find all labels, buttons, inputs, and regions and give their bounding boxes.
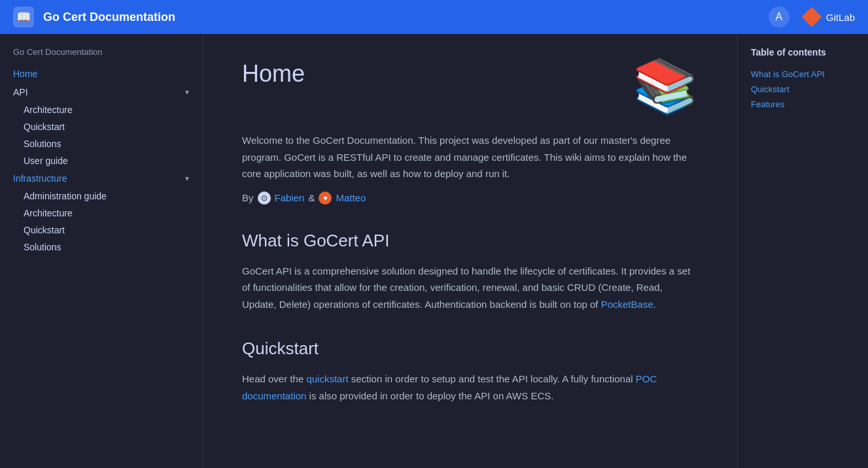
section2-text3: is also provided in order to deploy the … bbox=[306, 390, 553, 401]
book-icon: 📖 bbox=[16, 10, 31, 24]
sidebar-userguide-api-label: User guide bbox=[24, 156, 68, 166]
quickstart-link-label: quickstart bbox=[306, 373, 348, 384]
authors-prefix: By bbox=[242, 192, 254, 203]
chevron-down-icon-infra: ▾ bbox=[185, 174, 189, 183]
sidebar-quickstart-infra-label: Quickstart bbox=[24, 225, 65, 235]
page-hero: Home 📚 bbox=[242, 60, 698, 112]
section2-text1: Head over the bbox=[242, 373, 306, 384]
sidebar-admin-guide-label: Administration guide bbox=[24, 191, 107, 201]
quickstart-link[interactable]: quickstart bbox=[306, 373, 348, 384]
sidebar-item-userguide-api[interactable]: User guide bbox=[0, 152, 202, 169]
topnav-right: A GitLab bbox=[769, 7, 855, 27]
section2-text2: section in order to setup and test the A… bbox=[349, 373, 636, 384]
gitlab-icon bbox=[803, 8, 821, 26]
sidebar: Go Cert Documentation Home API ▾ Archite… bbox=[0, 34, 203, 468]
topnav: 📖 Go Cert Documentation A GitLab bbox=[0, 0, 868, 34]
sidebar-item-home[interactable]: Home bbox=[0, 65, 202, 83]
page-title: Home bbox=[242, 60, 305, 88]
author1-link[interactable]: Fabien bbox=[275, 192, 305, 203]
intro-text: Welcome to the GoCert Documentation. Thi… bbox=[242, 132, 698, 182]
author1-name: Fabien bbox=[275, 192, 305, 203]
sidebar-item-quickstart-infra[interactable]: Quickstart bbox=[0, 222, 202, 239]
toc-title: Table of contents bbox=[751, 47, 855, 58]
topnav-title: Go Cert Documentation bbox=[43, 10, 759, 24]
toc-item-quickstart[interactable]: Quickstart bbox=[751, 82, 855, 97]
gitlab-label: GitLab bbox=[826, 12, 855, 23]
gitlab-author-icon: ♥ bbox=[319, 192, 332, 205]
author-line: By ⊙ Fabien & ♥ Matteo bbox=[242, 192, 698, 205]
section1-end: . bbox=[653, 299, 656, 310]
intro-section: Welcome to the GoCert Documentation. Thi… bbox=[242, 132, 698, 205]
main-content: Home 📚 Welcome to the GoCert Documentati… bbox=[203, 34, 737, 468]
sidebar-home-label: Home bbox=[13, 69, 37, 79]
toc-item-features[interactable]: Features bbox=[751, 97, 855, 112]
sidebar-item-admin-guide[interactable]: Administration guide bbox=[0, 188, 202, 205]
section2-heading: Quickstart bbox=[242, 339, 698, 359]
author2-link[interactable]: Matteo bbox=[336, 192, 366, 203]
sidebar-item-architecture-api[interactable]: Architecture bbox=[0, 101, 202, 118]
sidebar-solutions-infra-label: Solutions bbox=[24, 242, 61, 252]
chevron-down-icon: ▾ bbox=[185, 88, 189, 97]
table-of-contents: Table of contents What is GoCert API Qui… bbox=[737, 34, 868, 468]
sidebar-solutions-api-label: Solutions bbox=[24, 139, 61, 149]
section1-text: GoCert API is a comprehensive solution d… bbox=[242, 263, 698, 313]
sidebar-item-solutions-infra[interactable]: Solutions bbox=[0, 239, 202, 256]
section1-heading: What is GoCert API bbox=[242, 231, 698, 251]
quickstart-section: Quickstart Head over the quickstart sect… bbox=[242, 339, 698, 404]
sidebar-item-api[interactable]: API ▾ bbox=[0, 83, 202, 101]
sidebar-quickstart-api-label: Quickstart bbox=[24, 122, 65, 132]
authors-separator: & bbox=[308, 192, 315, 203]
sidebar-architecture-infra-label: Architecture bbox=[24, 208, 73, 218]
sidebar-item-architecture-infra[interactable]: Architecture bbox=[0, 205, 202, 222]
sidebar-item-infrastructure[interactable]: Infrastructure ▾ bbox=[0, 169, 202, 188]
gitlab-link[interactable]: GitLab bbox=[803, 8, 855, 26]
sidebar-item-quickstart-api[interactable]: Quickstart bbox=[0, 118, 202, 135]
github-icon: ⊙ bbox=[258, 192, 271, 205]
topnav-logo: 📖 bbox=[13, 7, 34, 27]
what-is-gocert-section: What is GoCert API GoCert API is a compr… bbox=[242, 231, 698, 313]
page-layout: Go Cert Documentation Home API ▾ Archite… bbox=[0, 34, 868, 468]
sidebar-item-solutions-api[interactable]: Solutions bbox=[0, 135, 202, 152]
sidebar-architecture-api-label: Architecture bbox=[24, 105, 73, 115]
pocketbase-label: PocketBase bbox=[601, 299, 653, 310]
sidebar-api-label: API bbox=[13, 87, 28, 97]
theme-toggle-button[interactable]: A bbox=[769, 7, 790, 27]
sidebar-brand: Go Cert Documentation bbox=[0, 47, 202, 65]
toc-item-what-is-gocert[interactable]: What is GoCert API bbox=[751, 67, 855, 82]
pocketbase-link[interactable]: PocketBase bbox=[601, 299, 653, 310]
theme-icon: A bbox=[775, 11, 782, 23]
author2-name: Matteo bbox=[336, 192, 366, 203]
sidebar-infrastructure-label: Infrastructure bbox=[13, 173, 67, 184]
books-emoji: 📚 bbox=[633, 60, 698, 112]
section2-text: Head over the quickstart section in orde… bbox=[242, 371, 698, 404]
